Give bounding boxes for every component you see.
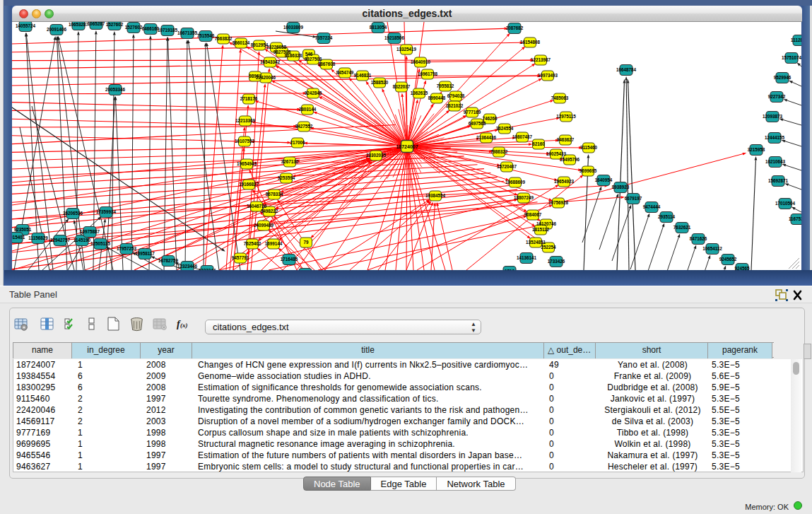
svg-text:9474444: 9474444	[643, 204, 661, 209]
svg-text:10975887: 10975887	[80, 229, 100, 234]
svg-text:7485063: 7485063	[551, 95, 569, 100]
svg-text:10756928: 10756928	[548, 200, 569, 205]
svg-text:10973493: 10973493	[538, 73, 558, 78]
svg-text:10653287: 10653287	[69, 22, 89, 27]
svg-text:17957253: 17957253	[117, 246, 137, 251]
svg-text:546: 546	[305, 52, 313, 57]
svg-text:9227342: 9227342	[768, 94, 786, 99]
svg-text:8938923: 8938923	[612, 185, 630, 189]
svg-text:9146821: 9146821	[354, 73, 372, 78]
svg-text:1640954: 1640954	[595, 177, 613, 182]
svg-text:19654943: 19654943	[237, 161, 257, 166]
svg-text:98961: 98961	[249, 74, 261, 78]
svg-text:6497568: 6497568	[469, 121, 486, 126]
svg-text:16210643: 16210643	[765, 159, 786, 164]
svg-text:12213369: 12213369	[235, 118, 256, 123]
svg-text:16671355: 16671355	[177, 30, 198, 35]
svg-text:8471626: 8471626	[690, 236, 707, 241]
svg-text:21364436: 21364436	[476, 135, 497, 140]
svg-text:2935114: 2935114	[658, 214, 676, 219]
svg-text:16046736: 16046736	[247, 204, 267, 209]
svg-text:15692871: 15692871	[768, 178, 789, 183]
svg-text:13325419: 13325419	[396, 47, 417, 52]
svg-text:6679197: 6679197	[625, 196, 642, 201]
svg-text:16543342: 16543342	[260, 59, 281, 64]
svg-text:16782759: 16782759	[158, 258, 179, 263]
svg-text:7515546: 7515546	[197, 33, 215, 38]
svg-text:3267130: 3267130	[281, 159, 299, 164]
svg-text:2718176: 2718176	[240, 96, 258, 101]
svg-text:20053346: 20053346	[105, 87, 126, 92]
svg-text:10688609: 10688609	[505, 180, 526, 185]
svg-text:9245652: 9245652	[719, 257, 737, 262]
svg-text:12444155: 12444155	[765, 135, 785, 140]
svg-text:10719185: 10719185	[158, 28, 178, 33]
svg-text:9529946: 9529946	[774, 75, 792, 80]
svg-text:16120746: 16120746	[536, 221, 557, 226]
svg-text:18724007: 18724007	[396, 144, 418, 149]
svg-text:1588520: 1588520	[371, 80, 389, 85]
svg-text:17359934: 17359934	[96, 209, 117, 214]
svg-text:12975115: 12975115	[556, 114, 576, 119]
svg-text:7632621: 7632621	[673, 225, 691, 230]
svg-text:10807487: 10807487	[512, 134, 533, 139]
svg-text:8660124: 8660124	[233, 40, 250, 45]
svg-text:12213987: 12213987	[531, 57, 551, 62]
svg-text:19166827: 19166827	[239, 182, 259, 187]
svg-text:1699144: 1699144	[265, 241, 283, 246]
svg-text:9235051: 9235051	[14, 227, 32, 232]
svg-text:8427552: 8427552	[295, 124, 313, 129]
svg-text:15720407: 15720407	[497, 164, 517, 169]
svg-text:23302035: 23302035	[366, 153, 387, 158]
svg-text:8186328: 8186328	[285, 53, 302, 58]
svg-text:15495796: 15495796	[560, 157, 580, 162]
svg-text:23226058: 23226058	[266, 45, 287, 49]
svg-text:1112841: 1112841	[791, 37, 801, 42]
svg-text:7357224: 7357224	[315, 35, 333, 40]
svg-text:8322037: 8322037	[393, 84, 411, 89]
svg-text:9253594: 9253594	[278, 175, 295, 180]
svg-text:10025433: 10025433	[546, 151, 567, 156]
svg-text:8678334: 8678334	[266, 192, 283, 197]
svg-text:10654112: 10654112	[702, 246, 722, 251]
svg-text:12505135: 12505135	[90, 241, 111, 246]
svg-text:15751074: 15751074	[782, 55, 801, 60]
svg-text:1733426: 1733426	[548, 259, 565, 264]
svg-text:16033809: 16033809	[283, 25, 304, 30]
svg-text:14055724: 14055724	[16, 23, 36, 28]
svg-text:1362615: 1362615	[411, 90, 428, 95]
svg-text:9777169: 9777169	[464, 110, 481, 115]
svg-text:3624554: 3624554	[496, 126, 514, 131]
svg-text:3915401: 3915401	[12, 235, 25, 240]
svg-text:9327508: 9327508	[305, 57, 322, 62]
svg-text:9084067: 9084067	[524, 212, 542, 217]
svg-text:17010504: 17010504	[775, 201, 796, 206]
svg-text:7955812: 7955812	[437, 83, 454, 88]
svg-text:1716485: 1716485	[281, 257, 298, 262]
svg-text:16648784: 16648784	[616, 67, 637, 72]
svg-text:20091406: 20091406	[47, 27, 67, 32]
svg-text:1621022: 1621022	[446, 103, 464, 108]
svg-text:1527602: 1527602	[125, 25, 143, 30]
svg-text:9463627: 9463627	[557, 137, 575, 142]
svg-text:(x): (x)	[180, 322, 188, 329]
svg-text:62160: 62160	[532, 141, 545, 146]
svg-text:14136141: 14136141	[517, 255, 537, 260]
svg-text:1232344: 1232344	[199, 268, 216, 270]
svg-text:19218506: 19218506	[384, 35, 405, 40]
svg-text:19384554: 19384554	[425, 193, 446, 198]
svg-text:16154808: 16154808	[520, 40, 541, 45]
svg-text:3215958: 3215958	[748, 147, 765, 152]
svg-text:1716: 1716	[505, 269, 515, 270]
svg-text:1065287: 1065287	[88, 22, 105, 26]
svg-text:12093873: 12093873	[763, 114, 783, 119]
svg-text:3498222: 3498222	[261, 209, 278, 214]
svg-text:10958117: 10958117	[135, 251, 155, 256]
svg-text:2087682: 2087682	[506, 25, 524, 30]
svg-text:9699695: 9699695	[579, 168, 597, 173]
svg-text:2803144: 2803144	[299, 107, 317, 112]
svg-text:13524851: 13524851	[526, 240, 546, 245]
svg-text:7625402: 7625402	[244, 241, 261, 246]
svg-text:8454749: 8454749	[336, 70, 354, 75]
svg-text:2867608: 2867608	[318, 62, 336, 66]
